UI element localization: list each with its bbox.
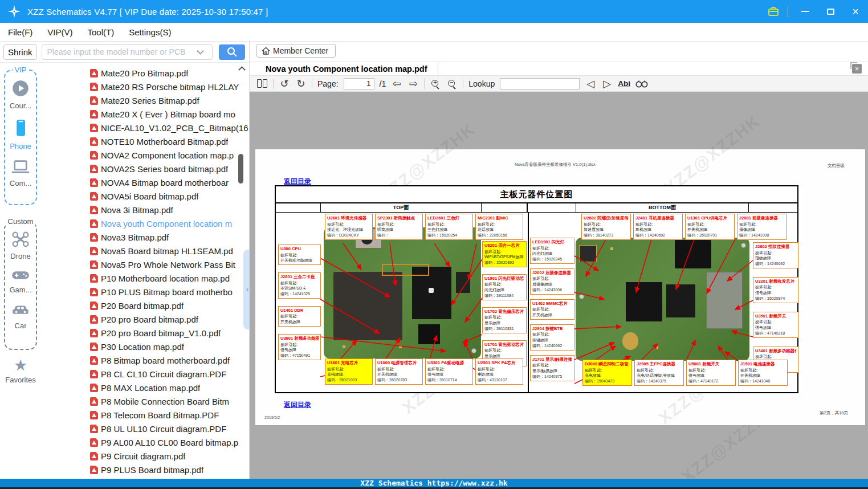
gamepad-icon (11, 270, 30, 283)
file-name: Mate20 RS Porsche bitmap HL2LAY (101, 82, 239, 92)
component-callout: J1501 电池连接器损坏引起:开关机故障编码：14241048 (738, 360, 788, 386)
menu-vip[interactable]: VIP(V) (47, 27, 72, 37)
list-item[interactable]: Nova3 Bitmap.pdf (41, 230, 249, 244)
list-item[interactable]: NOVA2S Series board bitmap.pdf (41, 162, 249, 176)
pdf-doc-header: Nova青春版保外主板维修指引 V1.0(1).xlsx (515, 162, 596, 168)
component-callout: D3008 瞬态抑制二极管损坏引起:充电故障编码：15040479 (582, 360, 632, 386)
model-search-box[interactable] (42, 44, 213, 60)
pdf-file-icon (90, 219, 98, 228)
pdf-file-icon (90, 329, 98, 337)
zoom-in-button[interactable]: + (430, 78, 441, 90)
component-callout: U3501 射频开关损坏引起:信号故障编码：47140218 (753, 312, 798, 338)
sidebar-item-label: Favorites (5, 376, 35, 384)
list-item[interactable]: NICE-AL10_V1.02_PCB_C_Bitmap(16 (41, 121, 249, 135)
sidebar-item-drone[interactable]: Drone (5, 231, 36, 260)
document-tab[interactable]: Nova youth Component location map.pdf (255, 62, 438, 76)
component-map-table: 主板元器件位置图 TOP面 BOTTOM面 (275, 185, 798, 393)
list-item[interactable]: P8 CL CL10 Circuit diagram.PDF (41, 367, 249, 381)
list-item[interactable]: Nova5 Board bitmap HL1SEAM.pd (41, 244, 249, 258)
match-case-button[interactable]: Abi (618, 79, 630, 88)
component-callout: U1402 EMMC芯片损坏引起:开关机故障 (530, 299, 574, 320)
component-callout: U2602 陀螺仪/加速度传感器损坏引起:加速度故障编码：38140273 (581, 214, 631, 240)
file-name: P8 MAX Location map.pdf (101, 383, 200, 393)
previous-page-button[interactable]: ⇦ (391, 78, 402, 90)
close-document-icon[interactable]: × (852, 64, 862, 74)
search-button[interactable] (219, 44, 245, 60)
shrink-button[interactable]: Shrink (3, 44, 37, 60)
minimize-button[interactable] (793, 0, 818, 23)
pdf-file-icon (90, 124, 98, 132)
sidebar-item-course[interactable]: Cour... (5, 80, 36, 110)
two-page-view-button[interactable] (256, 78, 268, 90)
pdf-file-icon (90, 438, 98, 447)
list-item[interactable]: Mate20 Pro Bitmap.pdf (41, 66, 249, 80)
list-item[interactable]: NOVA4 Bitmap board motherboar (41, 176, 249, 189)
search-row: Shrink (0, 42, 249, 63)
find-next-button[interactable]: ▷ (601, 78, 613, 90)
page-number-input[interactable] (344, 78, 374, 89)
list-item[interactable]: P9 Circuit diagram.pdf (41, 449, 249, 463)
list-item[interactable]: P30 Location map.pdf (41, 340, 249, 353)
list-item[interactable]: P8 MAX Location map.pdf (41, 381, 249, 394)
list-item[interactable]: P20 pro Board bitmap_V1.0.pdf (41, 326, 249, 340)
list-item[interactable]: P8 UL UL10 Circuit diagram.PDF (41, 422, 249, 435)
page-total: /1 (380, 79, 386, 88)
sidebar-item-phone[interactable]: Phone (5, 119, 36, 150)
list-item[interactable]: P9 PLUS Board bitmap.pdf (41, 463, 249, 476)
chevron-down-icon[interactable] (197, 47, 204, 55)
file-name: NOVA5i Board bitmap.pdf (101, 191, 198, 201)
list-item[interactable]: NOVA5i Board bitmap.pdf (41, 189, 249, 203)
list-item[interactable]: Mate20 RS Porsche bitmap HL2LAY (41, 80, 249, 93)
component-callout: U3601 射频多功能器件损坏引起:信号故障编码：47150491 (278, 334, 321, 360)
back-to-toc-link[interactable]: 返回目录 (284, 400, 311, 410)
component-callout: U1601 充电芯片损坏引起:充电故障编码：35021003 (325, 358, 373, 385)
component-callout: U300 CPU损坏引起:开关机或功能故障 (278, 244, 321, 265)
sidebar-item-favorites[interactable]: ★ Favorites (0, 358, 41, 384)
component-callout: U3201 射频收发芯片损坏引起:信号故障编码：35020874 (753, 277, 798, 303)
member-center-button[interactable]: Member Center (256, 44, 336, 58)
lookup-input[interactable] (500, 78, 580, 89)
component-callout: U1702 背光偏压芯片损坏引起:显示故障编码：39110831 (482, 307, 527, 333)
pdf-viewer[interactable]: XZZ@XZZHK XZZ@XZZHK XZZ@XZZHK XZZ@XZZHK … (250, 92, 868, 479)
search-input[interactable] (47, 47, 193, 56)
sidebar-item-game[interactable]: Gam... (5, 270, 36, 294)
zoom-out-button[interactable]: − (446, 78, 458, 90)
find-previous-button[interactable]: ◁ (585, 78, 596, 90)
sidebar-item-car[interactable]: Car (5, 303, 36, 330)
rotate-left-button[interactable]: ↺ (279, 78, 290, 90)
license-briefcase-icon[interactable] (764, 0, 783, 23)
pcb-photo-bottom (576, 238, 749, 361)
list-item[interactable]: P10 Motherboard location map.pd (41, 271, 249, 285)
list-item[interactable]: P9 AL00 AL10 CL00 Board bitmap.p (41, 435, 249, 449)
list-item[interactable]: P8 Bitmap board motherboard.pdf (41, 353, 249, 367)
maximize-button[interactable] (818, 0, 843, 23)
menu-file[interactable]: File(F) (8, 27, 32, 37)
list-item[interactable]: P8 Mobile Connection Board Bitm (41, 394, 249, 408)
scrollbar-thumb[interactable] (238, 154, 243, 184)
list-item[interactable]: P20 Board bitmap.pdf (41, 299, 249, 312)
next-page-button[interactable]: ⇨ (407, 78, 419, 90)
sidebar-item-computer[interactable]: Com... (5, 160, 36, 188)
pdf-bottom-section: U2602 陀螺仪/加速度传感器损坏引起:加速度故障编码：38140273J24… (528, 213, 798, 393)
list-item[interactable]: P8 Telecom Board Bitmap.PDF (41, 408, 249, 422)
list-item[interactable]: NOTE10 Motherboard Bitmap.pdf (41, 135, 249, 148)
home-icon (262, 47, 270, 55)
pdf-file-icon (90, 178, 98, 187)
list-item[interactable]: Mate20 X ( Ever ) Bitmap board mo (41, 107, 249, 121)
list-item[interactable]: Nova youth Component location m (41, 217, 249, 230)
list-item[interactable]: Mate20 Series Bitmap.pdf (41, 93, 249, 107)
scroll-up-icon[interactable] (238, 65, 244, 71)
app-logo-icon (7, 4, 22, 19)
list-item[interactable]: P20 pro Board bitmap.pdf (41, 312, 249, 326)
file-name: P8 Bitmap board motherboard.pdf (101, 356, 230, 365)
list-item[interactable]: Nova 3i Bitmap.pdf (41, 203, 249, 217)
menu-settings[interactable]: Settings(S) (129, 27, 171, 37)
component-callout: U1401 DDR损坏引起:开关机故障 (278, 306, 321, 327)
menu-tool[interactable]: Tool(T) (88, 27, 115, 37)
rotate-right-button[interactable]: ↻ (295, 78, 307, 90)
list-item[interactable]: Nova5 Pro Whole Network Pass Bit (41, 258, 249, 271)
list-item[interactable]: NOVA2 Component location map.p (41, 148, 249, 162)
list-item[interactable]: P10 PLUS Bitmap board motherbo (41, 285, 249, 299)
binoculars-icon[interactable] (635, 78, 648, 90)
close-button[interactable]: × (843, 0, 868, 23)
